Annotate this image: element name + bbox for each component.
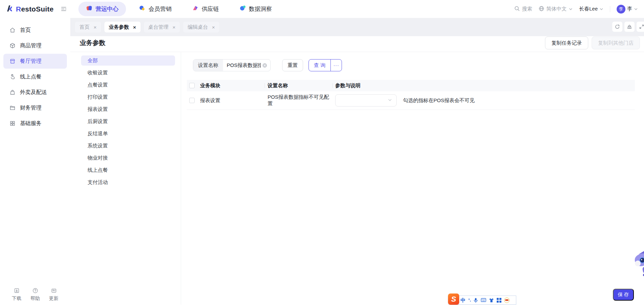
topbar-right: 搜索 简体中文 长春Lee 李 李: [514, 5, 638, 14]
setting-name-input[interactable]: POS报表数据指标: [223, 60, 270, 71]
brand-logo-icon: [5, 4, 14, 14]
category-item[interactable]: 点餐设置: [81, 80, 175, 90]
bag-icon: [9, 89, 16, 95]
category-item[interactable]: 后厨设置: [81, 116, 175, 126]
nav-data-insights[interactable]: 数据洞察: [232, 2, 279, 16]
folder-icon: [9, 105, 16, 111]
skin-icon[interactable]: [489, 298, 494, 303]
category-item[interactable]: 反结退单: [81, 128, 175, 139]
tab-label: 编辑桌台: [188, 24, 208, 30]
sidebar-collapse-icon[interactable]: [60, 6, 67, 12]
more-actions-button[interactable]: ···: [330, 60, 342, 71]
nav-label: 供应链: [202, 5, 219, 13]
tab-edit-table[interactable]: 编辑桌台 ×: [183, 22, 219, 32]
home-icon: [9, 27, 16, 33]
category-item[interactable]: 支付活动: [81, 177, 175, 187]
global-search[interactable]: 搜索: [514, 6, 532, 13]
page-actions: 复制任务记录 复制到其他门店: [545, 37, 640, 49]
store-selector[interactable]: 长春Lee: [579, 6, 603, 12]
package-icon: [9, 43, 16, 49]
grid-icon: [9, 120, 16, 126]
tab-label: 桌台管理: [148, 24, 169, 30]
data-insights-icon: [239, 5, 246, 13]
sidebar-item-online-ordering[interactable]: 线上点餐: [3, 69, 67, 84]
tab-table-management[interactable]: 桌台管理 ×: [144, 22, 180, 32]
filter-value: POS报表数据指标: [227, 62, 261, 69]
nav-supply-chain[interactable]: 供应链: [184, 2, 226, 16]
app-window: RestoSuite 营运中心 会员营销 供应链: [0, 0, 644, 305]
sidebar-item-label: 外卖及配送: [20, 89, 47, 96]
footer-label: 帮助: [30, 296, 40, 302]
chevron-down-icon: [388, 98, 392, 103]
chevron-down-icon: [634, 7, 638, 11]
table-row: 报表设置 POS报表数据指标不可见配置 勾选的指标在POS报表会不可见: [187, 91, 635, 110]
category-item[interactable]: 报表设置: [81, 104, 175, 114]
language-selector[interactable]: 简体中文: [539, 6, 573, 13]
download-button[interactable]: 下载: [12, 288, 21, 302]
nav-member-marketing[interactable]: 会员营销: [131, 2, 179, 16]
sidebar-item-label: 商品管理: [20, 42, 42, 49]
chevron-down-icon: [599, 7, 603, 11]
user-menu[interactable]: 李 李: [617, 5, 638, 14]
language-label: 简体中文: [546, 6, 567, 12]
sidebar-item-delivery[interactable]: 外卖及配送: [3, 85, 67, 100]
sogou-ime-logo[interactable]: S: [448, 294, 459, 305]
main-area: 首页 × 业务参数 × 桌台管理 × 编辑桌台 ×: [70, 18, 644, 305]
close-icon[interactable]: ×: [173, 25, 176, 30]
row-checkbox[interactable]: [189, 98, 195, 103]
sidebar-item-finance-management[interactable]: 财务管理: [3, 100, 67, 115]
sidebar-item-restaurant-management[interactable]: 餐厅管理: [3, 54, 67, 69]
sidebar-item-product-management[interactable]: 商品管理: [3, 38, 67, 53]
emoji-icon[interactable]: [504, 298, 510, 303]
top-navigation: 营运中心 会员营销 供应链 数据洞察: [78, 2, 279, 16]
category-item[interactable]: 收银设置: [81, 68, 175, 78]
sidebar-item-label: 线上点餐: [20, 73, 42, 80]
toolbox-icon[interactable]: [497, 298, 501, 303]
help-button[interactable]: 帮助: [30, 288, 40, 302]
indicator-select[interactable]: [335, 94, 397, 107]
setting-name-filter[interactable]: 设置名称 POS报表数据指标: [193, 59, 271, 71]
settings-table: 业务模块 设置名称 参数与说明 报表设置 POS报表数据指标不可见配置: [187, 80, 635, 110]
category-item[interactable]: 物业对接: [81, 153, 175, 163]
category-item-all[interactable]: 全部: [81, 55, 175, 66]
tab-home[interactable]: 首页 ×: [75, 22, 101, 32]
ime-punctuation-button[interactable]: °,: [468, 298, 471, 302]
clean-button[interactable]: [624, 22, 635, 32]
ime-mode-button[interactable]: 中: [461, 298, 466, 303]
tab-bar: 首页 × 业务参数 × 桌台管理 × 编辑桌台 ×: [70, 18, 644, 36]
cell-setting: POS报表数据指标不可见配置: [265, 94, 333, 107]
query-button-group: 查 询 ···: [308, 59, 342, 71]
sidebar-item-label: 首页: [20, 27, 31, 34]
category-item[interactable]: 打印设置: [81, 92, 175, 102]
query-button[interactable]: 查 询: [309, 60, 330, 71]
close-icon[interactable]: ×: [212, 25, 215, 30]
soft-keyboard-icon[interactable]: [481, 298, 486, 302]
download-icon: [14, 288, 20, 294]
select-all-checkbox[interactable]: [189, 83, 195, 88]
fullscreen-button[interactable]: [637, 22, 644, 32]
store-name: 长春Lee: [579, 6, 598, 12]
tab-business-params[interactable]: 业务参数 ×: [104, 22, 141, 32]
microphone-icon[interactable]: [473, 298, 478, 303]
clear-icon[interactable]: [262, 63, 267, 68]
top-bar: RestoSuite 营运中心 会员营销 供应链: [0, 0, 644, 18]
reset-button[interactable]: 重置: [282, 59, 303, 71]
sidebar-item-label: 财务管理: [20, 104, 42, 112]
update-button[interactable]: 更新: [49, 288, 58, 302]
copy-to-other-stores-button[interactable]: 复制到其他门店: [592, 37, 640, 49]
page-title: 业务参数: [80, 39, 105, 47]
footer-label: 更新: [49, 296, 58, 302]
copy-task-record-button[interactable]: 复制任务记录: [545, 37, 588, 49]
sidebar-item-basic-services[interactable]: 基础服务: [3, 116, 67, 131]
sidebar-item-home[interactable]: 首页: [3, 23, 67, 38]
category-item[interactable]: 线上点餐: [81, 165, 175, 175]
sidebar: 首页 商品管理 餐厅管理 线上点餐 外卖及配送: [0, 18, 70, 305]
refresh-button[interactable]: [612, 22, 622, 32]
close-icon[interactable]: ×: [133, 25, 136, 30]
save-button[interactable]: 保存: [613, 289, 634, 301]
brand-logo[interactable]: RestoSuite: [5, 4, 54, 14]
category-item[interactable]: 系统设置: [81, 141, 175, 151]
tab-label: 首页: [79, 24, 90, 30]
nav-operations-center[interactable]: 营运中心: [78, 2, 126, 16]
close-icon[interactable]: ×: [94, 25, 97, 30]
